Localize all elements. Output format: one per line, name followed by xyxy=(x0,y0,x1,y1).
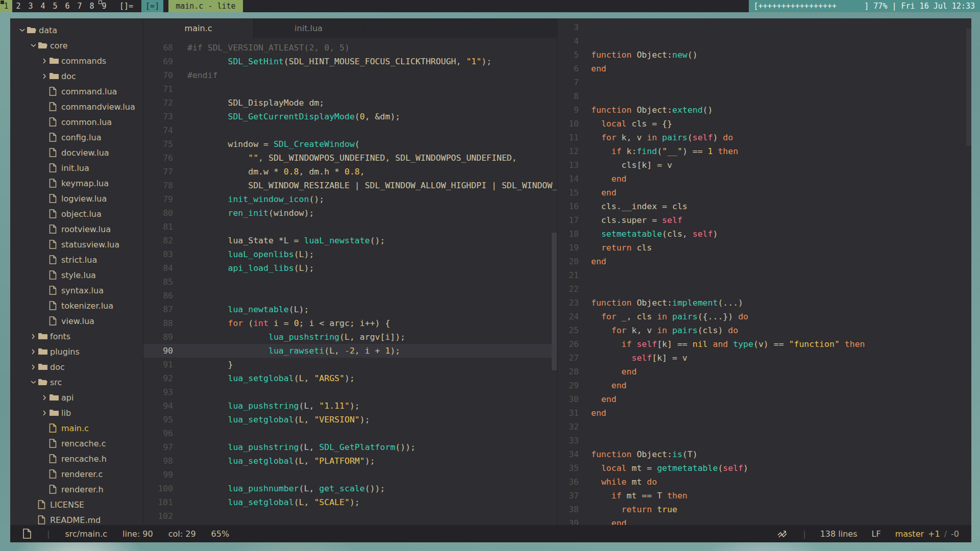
code-line-18[interactable]: 18 setmetatable(cls, self) xyxy=(557,227,971,241)
code-line-13[interactable]: 13 cls[k] = v xyxy=(557,158,971,172)
code-line-28[interactable]: 28 end xyxy=(557,365,971,379)
tree-item-docview-lua[interactable]: docview.lua xyxy=(10,145,143,160)
code-line-15[interactable]: 15 end xyxy=(557,186,971,199)
code-line-8[interactable]: 8 xyxy=(557,89,971,103)
workspace-tag-2[interactable]: 2 xyxy=(12,0,24,12)
tree-item-view-lua[interactable]: view.lua xyxy=(10,313,143,329)
tree-item-main-c[interactable]: main.c xyxy=(10,420,143,436)
tree-item-style-lua[interactable]: style.lua xyxy=(10,267,143,283)
tree-item-api[interactable]: api xyxy=(10,390,143,405)
code-line-89[interactable]: 89 lua_pushstring(L, argv[i]); xyxy=(143,330,557,344)
code-line-10[interactable]: 10 local cls = {} xyxy=(557,117,971,131)
code-line-96[interactable]: 96 xyxy=(143,427,557,440)
tree-item-lib[interactable]: lib xyxy=(10,405,143,420)
tree-item-doc[interactable]: doc xyxy=(10,359,143,374)
code-line-92[interactable]: 92 lua_setglobal(L, "ARGS"); xyxy=(143,371,557,385)
workspace-tag-8[interactable]: 8 xyxy=(86,0,98,12)
code-line-90[interactable]: 90 lua_rawseti(L, -2, i + 1); xyxy=(143,344,557,358)
tree-item-common-lua[interactable]: common.lua xyxy=(10,114,143,130)
code-line-70[interactable]: 70#endif xyxy=(143,68,557,82)
code-line-73[interactable]: 73 SDL_GetCurrentDisplayMode(0, &dm); xyxy=(143,110,557,123)
code-line-87[interactable]: 87 lua_newtable(L); xyxy=(143,303,557,316)
code-view-init-lua[interactable]: 345function Object:new()6end789function … xyxy=(557,18,971,525)
tree-item-syntax-lua[interactable]: syntax.lua xyxy=(10,283,143,298)
workspace-tag-3[interactable]: 3 xyxy=(24,0,37,12)
code-line-95[interactable]: 95 lua_setglobal(L, "VERSION"); xyxy=(143,413,557,427)
code-line-91[interactable]: 91 } xyxy=(143,358,557,371)
code-line-20[interactable]: 20end xyxy=(557,255,971,268)
code-line-71[interactable]: 71 xyxy=(143,82,557,96)
workspace-tag-9[interactable]: 9 xyxy=(98,0,110,12)
scrollbar-thumb[interactable] xyxy=(552,233,557,370)
tree-item-statusview-lua[interactable]: statusview.lua xyxy=(10,237,143,252)
code-line-100[interactable]: 100 lua_pushnumber(L, get_scale()); xyxy=(143,482,557,495)
tree-item-object-lua[interactable]: object.lua xyxy=(10,206,143,221)
code-line-77[interactable]: 77 dm.w * 0.8, dm.h * 0.8, xyxy=(143,165,557,179)
code-line-5[interactable]: 5function Object:new() xyxy=(557,48,971,62)
code-line-22[interactable]: 22 xyxy=(557,282,971,296)
code-line-33[interactable]: 33 xyxy=(557,434,971,447)
code-line-16[interactable]: 16 cls.__index = cls xyxy=(557,199,971,213)
tree-item-config-lua[interactable]: config.lua xyxy=(10,130,143,145)
code-line-83[interactable]: 83 luaL_openlibs(L); xyxy=(143,247,557,261)
workspace-tag-6[interactable]: 6 xyxy=(61,0,74,12)
code-line-97[interactable]: 97 lua_pushstring(L, SDL_GetPlatform()); xyxy=(143,440,557,454)
tree-item-data[interactable]: data xyxy=(10,22,143,38)
code-line-9[interactable]: 9function Object:extend() xyxy=(557,103,971,117)
tree-item-renderer-c[interactable]: renderer.c xyxy=(10,466,143,482)
tree-item-command-lua[interactable]: command.lua xyxy=(10,84,143,99)
code-line-75[interactable]: 75 window = SDL_CreateWindow( xyxy=(143,137,557,151)
layout-symbol[interactable]: []= xyxy=(114,0,138,12)
code-line-98[interactable]: 98 lua_setglobal(L, "PLATFORM"); xyxy=(143,454,557,468)
code-line-76[interactable]: 76 "", SDL_WINDOWPOS_UNDEFINED, SDL_WIND… xyxy=(143,151,557,165)
workspace-tag-5[interactable]: 5 xyxy=(49,0,61,12)
code-line-32[interactable]: 32 xyxy=(557,420,971,434)
tree-item-rencache-h[interactable]: rencache.h xyxy=(10,451,143,466)
code-line-88[interactable]: 88 for (int i = 0; i < argc; i++) { xyxy=(143,316,557,330)
code-line-30[interactable]: 30 end xyxy=(557,392,971,406)
code-line-29[interactable]: 29 end xyxy=(557,379,971,392)
workspace-tag-4[interactable]: 4 xyxy=(37,0,49,12)
code-line-85[interactable]: 85 xyxy=(143,275,557,289)
tree-item-license[interactable]: LICENSE xyxy=(10,497,143,512)
code-line-79[interactable]: 79 init_window_icon(); xyxy=(143,192,557,206)
code-line-27[interactable]: 27 self[k] = v xyxy=(557,351,971,365)
tree-item-core[interactable]: core xyxy=(10,38,143,53)
code-line-4[interactable]: 4 xyxy=(557,34,971,48)
code-line-38[interactable]: 38 return true xyxy=(557,503,971,516)
code-line-37[interactable]: 37 if mt == T then xyxy=(557,489,971,503)
code-line-24[interactable]: 24 for _, cls in pairs({...}) do xyxy=(557,310,971,323)
code-line-35[interactable]: 35 local mt = getmetatable(self) xyxy=(557,461,971,475)
code-line-36[interactable]: 36 while mt do xyxy=(557,475,971,489)
tree-item-strict-lua[interactable]: strict.lua xyxy=(10,252,143,267)
scrollbar-thumb[interactable] xyxy=(966,29,971,146)
tree-item-readme-md[interactable]: README.md xyxy=(10,512,143,525)
code-line-101[interactable]: 101 lua_setglobal(L, "SCALE"); xyxy=(143,495,557,509)
tree-item-logview-lua[interactable]: logview.lua xyxy=(10,191,143,206)
tree-item-renderer-h[interactable]: renderer.h xyxy=(10,482,143,497)
tree-item-commands[interactable]: commands xyxy=(10,53,143,68)
tree-item-src[interactable]: src xyxy=(10,374,143,390)
tree-item-init-lua[interactable]: init.lua xyxy=(10,160,143,176)
code-line-78[interactable]: 78 SDL_WINDOW_RESIZABLE | SDL_WINDOW_ALL… xyxy=(143,179,557,192)
code-line-3[interactable]: 3 xyxy=(557,20,971,34)
code-line-11[interactable]: 11 for k, v in pairs(self) do xyxy=(557,131,971,144)
tree-item-commandview-lua[interactable]: commandview.lua xyxy=(10,99,143,114)
code-line-99[interactable]: 99 xyxy=(143,468,557,482)
workspace-tag-7[interactable]: 7 xyxy=(74,0,86,12)
code-line-34[interactable]: 34function Object:is(T) xyxy=(557,447,971,461)
code-line-69[interactable]: 69 SDL_SetHint(SDL_HINT_MOUSE_FOCUS_CLIC… xyxy=(143,55,557,68)
code-line-72[interactable]: 72 SDL_DisplayMode dm; xyxy=(143,96,557,110)
code-line-26[interactable]: 26 if self[k] == nil and type(v) == "fun… xyxy=(557,337,971,351)
code-line-74[interactable]: 74 xyxy=(143,123,557,137)
code-line-31[interactable]: 31end xyxy=(557,406,971,420)
tree-item-tokenizer-lua[interactable]: tokenizer.lua xyxy=(10,298,143,313)
code-line-68[interactable]: 68#if SDL_VERSION_ATLEAST(2, 0, 5) xyxy=(143,41,557,55)
code-line-14[interactable]: 14 end xyxy=(557,172,971,186)
tree-item-rencache-c[interactable]: rencache.c xyxy=(10,436,143,451)
code-line-82[interactable]: 82 lua_State *L = luaL_newstate(); xyxy=(143,234,557,247)
code-line-39[interactable]: 39 end xyxy=(557,516,971,525)
code-line-25[interactable]: 25 for k, v in pairs(cls) do xyxy=(557,323,971,337)
workspace-tag-1[interactable]: 1 xyxy=(0,0,12,12)
code-line-23[interactable]: 23function Object:implement(...) xyxy=(557,296,971,310)
